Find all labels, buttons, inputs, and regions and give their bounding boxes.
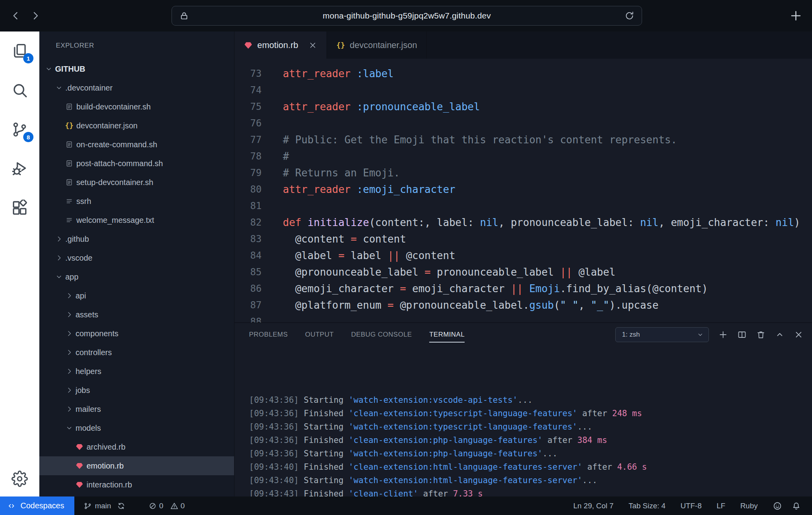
- tree-root-github[interactable]: GITHUB: [39, 59, 234, 78]
- terminal-line: [09:43:43] Finished 'clean-client' after…: [249, 487, 812, 496]
- code-line-73: 73attr_reader :label: [234, 65, 812, 82]
- tree-root-label: GITHUB: [55, 65, 85, 74]
- activity-search-button[interactable]: [0, 81, 39, 99]
- address-bar[interactable]: mona-github-github-g59jpq2w5w7.github.de…: [172, 6, 642, 26]
- chevron-right-icon: [65, 367, 73, 375]
- ruby-file-icon: [76, 462, 83, 470]
- explorer-sidebar: EXPLORER GITHUB .devcontainerbuild-devco…: [39, 31, 234, 496]
- panel-tab-debug-console[interactable]: DEBUG CONSOLE: [351, 328, 412, 341]
- tree-item-helpers[interactable]: helpers: [39, 362, 234, 381]
- line-number: 87: [234, 297, 262, 313]
- url-text: mona-github-github-g59jpq2w5w7.github.de…: [189, 11, 624, 20]
- terminal-line: [09:43:36] Finished 'clean-extension:typ…: [249, 407, 812, 420]
- code-line-88: 88: [234, 313, 812, 322]
- tree-item-app[interactable]: app: [39, 267, 234, 286]
- close-icon[interactable]: [308, 41, 317, 50]
- scm-badge: 8: [23, 132, 33, 142]
- tree-item-label: helpers: [76, 367, 102, 376]
- tree-item-label: interaction.rb: [87, 480, 132, 489]
- tree-item-label: emotion.rb: [87, 461, 124, 471]
- close-panel-icon[interactable]: [794, 330, 803, 339]
- activity-source-control-button[interactable]: 8: [0, 120, 39, 139]
- status-item-lf[interactable]: LF: [716, 502, 725, 510]
- tree-item-controllers[interactable]: controllers: [39, 343, 234, 362]
- branch-indicator[interactable]: main: [84, 502, 111, 510]
- status-item-ruby[interactable]: Ruby: [740, 502, 758, 510]
- code-text: attr_reader :pronounceable_label: [262, 98, 480, 115]
- tree-item-label: setup-devcontainer.sh: [76, 178, 153, 187]
- new-terminal-plus-icon[interactable]: [718, 330, 728, 339]
- tree-item-post-attach-command.sh[interactable]: post-attach-command.sh: [39, 154, 234, 173]
- activity-run-debug-button[interactable]: [0, 160, 39, 178]
- panel-tab-output[interactable]: OUTPUT: [305, 328, 334, 341]
- tree-item-api[interactable]: api: [39, 286, 234, 305]
- trash-icon[interactable]: [756, 330, 766, 339]
- code-line-75: 75attr_reader :pronounceable_label: [234, 98, 812, 115]
- tree-item-emotion.rb[interactable]: emotion.rb: [39, 456, 234, 475]
- settings-button[interactable]: [0, 470, 39, 488]
- tree-item-label: jobs: [76, 386, 90, 395]
- code-line-84: 84 @label = label || @content: [234, 247, 812, 264]
- chevron-up-icon[interactable]: [775, 330, 784, 339]
- sync-button[interactable]: [117, 502, 125, 510]
- line-number: 77: [234, 132, 262, 148]
- panel-tab-problems[interactable]: PROBLEMS: [249, 328, 288, 341]
- status-item-utf-8[interactable]: UTF-8: [681, 502, 702, 510]
- tree-item-build-devcontainer.sh[interactable]: build-devcontainer.sh: [39, 97, 234, 116]
- codespaces-status-button[interactable]: Codespaces: [0, 496, 74, 515]
- code-editor[interactable]: 73attr_reader :label7475attr_reader :pro…: [234, 59, 812, 322]
- editor-group: emotion.rb {} devcontainer.json 73attr_r…: [234, 31, 812, 496]
- plus-icon: [789, 9, 803, 22]
- chevron-right-icon: [65, 386, 73, 394]
- tree-item-models[interactable]: models: [39, 419, 234, 437]
- tab-devcontainer-json[interactable]: {} devcontainer.json: [327, 31, 427, 59]
- json-file-icon: {}: [336, 41, 345, 50]
- tree-item-on-create-command.sh[interactable]: on-create-command.sh: [39, 135, 234, 154]
- chevron-right-icon: [65, 405, 73, 413]
- code-line-74: 74: [234, 82, 812, 98]
- terminal-output[interactable]: [09:43:36] Starting 'watch-extension:vsc…: [234, 346, 812, 496]
- feedback-smiley-icon[interactable]: [773, 501, 782, 511]
- tree-item-welcome_message.txt[interactable]: welcome_message.txt: [39, 211, 234, 230]
- tree-item-archived.rb[interactable]: archived.rb: [39, 437, 234, 456]
- tree-item-devcontainer.json[interactable]: {}devcontainer.json: [39, 116, 234, 135]
- refresh-icon[interactable]: [624, 11, 635, 21]
- tree-item-.devcontainer[interactable]: .devcontainer: [39, 78, 234, 97]
- problems-indicator[interactable]: 0 0: [149, 502, 189, 510]
- line-number: 74: [234, 82, 262, 98]
- panel-tab-terminal[interactable]: TERMINAL: [429, 328, 465, 341]
- tree-item-assets[interactable]: assets: [39, 305, 234, 324]
- status-item-tab-size-4[interactable]: Tab Size: 4: [629, 502, 666, 510]
- tree-item-ssrh[interactable]: ssrh: [39, 192, 234, 211]
- chevron-right-icon: [55, 254, 63, 262]
- split-terminal-icon[interactable]: [737, 330, 747, 339]
- shell-file-icon: [65, 141, 73, 148]
- tree-item-setup-devcontainer.sh[interactable]: setup-devcontainer.sh: [39, 173, 234, 192]
- tree-item-jobs[interactable]: jobs: [39, 381, 234, 400]
- tree-item-mailers[interactable]: mailers: [39, 400, 234, 419]
- activity-bar: 1 8: [0, 31, 39, 496]
- shell-select-value: 1: zsh: [622, 331, 640, 339]
- chevron-down-icon: [55, 84, 63, 92]
- activity-explorer-button[interactable]: 1: [0, 42, 39, 60]
- activity-extensions-button[interactable]: [0, 199, 39, 217]
- sync-icon: [117, 502, 125, 510]
- tree-item-interaction.rb[interactable]: interaction.rb: [39, 475, 234, 494]
- ruby-file-icon: [244, 41, 253, 50]
- tree-item-label: devcontainer.json: [76, 121, 138, 130]
- status-item-ln-29-col-7[interactable]: Ln 29, Col 7: [573, 502, 613, 510]
- tree-item-.github[interactable]: .github: [39, 230, 234, 248]
- browser-forward-button[interactable]: [27, 7, 44, 24]
- browser-back-button[interactable]: [7, 7, 24, 24]
- tree-item-label: .devcontainer: [65, 83, 113, 93]
- line-number: 76: [234, 115, 262, 132]
- codespaces-icon: [7, 502, 16, 510]
- terminal-shell-select[interactable]: 1: zsh: [615, 327, 709, 342]
- tree-item-.vscode[interactable]: .vscode: [39, 248, 234, 267]
- new-tab-button[interactable]: [789, 9, 803, 22]
- notifications-bell-icon[interactable]: [792, 501, 801, 511]
- tab-emotion-rb[interactable]: emotion.rb: [234, 31, 327, 59]
- chevron-right-icon: [30, 10, 41, 22]
- tree-item-components[interactable]: components: [39, 324, 234, 343]
- warning-count: 0: [181, 502, 185, 510]
